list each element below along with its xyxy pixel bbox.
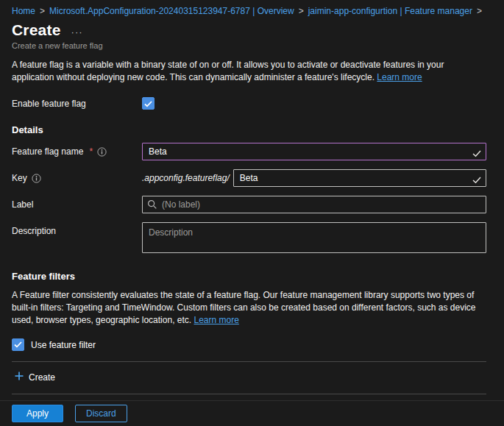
- feature-flag-name-input-wrap: [142, 143, 486, 160]
- label-input-wrap: [142, 196, 486, 213]
- feature-flag-name-input[interactable]: [142, 143, 486, 160]
- discard-button[interactable]: Discard: [75, 405, 127, 422]
- label-field-label-text: Label: [12, 199, 33, 210]
- divider: [12, 394, 486, 394]
- page-title: Create: [12, 21, 61, 39]
- key-input[interactable]: [233, 169, 486, 187]
- divider: [12, 361, 486, 362]
- enable-feature-flag-row: Enable feature flag: [12, 97, 492, 110]
- description-row: Description: [12, 222, 486, 256]
- intro-learn-more-link[interactable]: Learn more: [377, 72, 422, 82]
- use-feature-filter-row: Use feature filter: [12, 338, 492, 351]
- enable-feature-flag-checkbox[interactable]: [142, 97, 155, 110]
- key-prefix: .appconfig.featureflag/: [142, 169, 230, 183]
- page-subtitle: Create a new feature flag: [0, 39, 504, 50]
- label-row: Label: [12, 196, 486, 213]
- feature-flag-name-row: Feature flag name*: [12, 143, 486, 160]
- description-label-text: Description: [12, 226, 56, 236]
- breadcrumb-feature-manager[interactable]: jaimin-app-configurtion | Feature manage…: [308, 6, 472, 16]
- breadcrumb-separator: >: [477, 6, 482, 16]
- details-section-heading: Details: [12, 124, 492, 135]
- description-textarea[interactable]: [142, 222, 486, 253]
- key-input-wrap: [233, 169, 486, 187]
- breadcrumb-appconfiguration-overview[interactable]: Microsoft.AppConfiguration-2024031512394…: [49, 6, 294, 16]
- breadcrumb-separator: >: [40, 6, 45, 16]
- apply-button[interactable]: Apply: [12, 405, 63, 422]
- use-feature-filter-label: Use feature filter: [31, 340, 96, 350]
- intro-paragraph: A feature flag is a variable with a bina…: [12, 59, 486, 84]
- feature-filters-paragraph: A Feature filter consistently evaluates …: [12, 289, 486, 327]
- plus-icon: [15, 372, 24, 383]
- label-input[interactable]: [142, 196, 486, 213]
- more-options-icon[interactable]: ···: [71, 26, 83, 38]
- key-row: Key .appconfig.featureflag/: [12, 169, 486, 187]
- required-asterisk: *: [89, 146, 93, 157]
- valid-check-icon: [472, 147, 481, 160]
- feature-filters-section-heading: Feature filters: [12, 271, 492, 282]
- enable-feature-flag-label: Enable feature flag: [12, 99, 142, 109]
- info-icon[interactable]: [32, 174, 41, 183]
- footer-command-bar: Apply Discard: [0, 400, 504, 426]
- info-icon[interactable]: [97, 147, 107, 157]
- search-icon: [147, 199, 157, 213]
- feature-filters-learn-more-link[interactable]: Learn more: [194, 315, 238, 325]
- feature-flag-name-label: Feature flag name*: [12, 143, 142, 157]
- feature-filters-text: A Feature filter consistently evaluates …: [12, 290, 476, 325]
- valid-check-icon: [472, 174, 481, 187]
- create-filter-button[interactable]: Create: [15, 372, 55, 383]
- description-label: Description: [12, 222, 142, 236]
- key-label: Key: [12, 169, 142, 183]
- key-label-text: Key: [12, 173, 27, 183]
- breadcrumb: Home>Microsoft.AppConfiguration-20240315…: [0, 0, 504, 16]
- page-header: Create ···: [0, 16, 504, 39]
- description-input-wrap: [142, 222, 486, 256]
- breadcrumb-separator: >: [299, 6, 304, 16]
- feature-flag-name-label-text: Feature flag name: [12, 146, 83, 157]
- check-icon: [14, 340, 22, 350]
- breadcrumb-home[interactable]: Home: [12, 6, 35, 16]
- use-feature-filter-checkbox[interactable]: [12, 338, 24, 351]
- check-icon: [144, 97, 152, 110]
- label-field-label: Label: [12, 196, 142, 210]
- create-filter-button-label: Create: [29, 372, 55, 383]
